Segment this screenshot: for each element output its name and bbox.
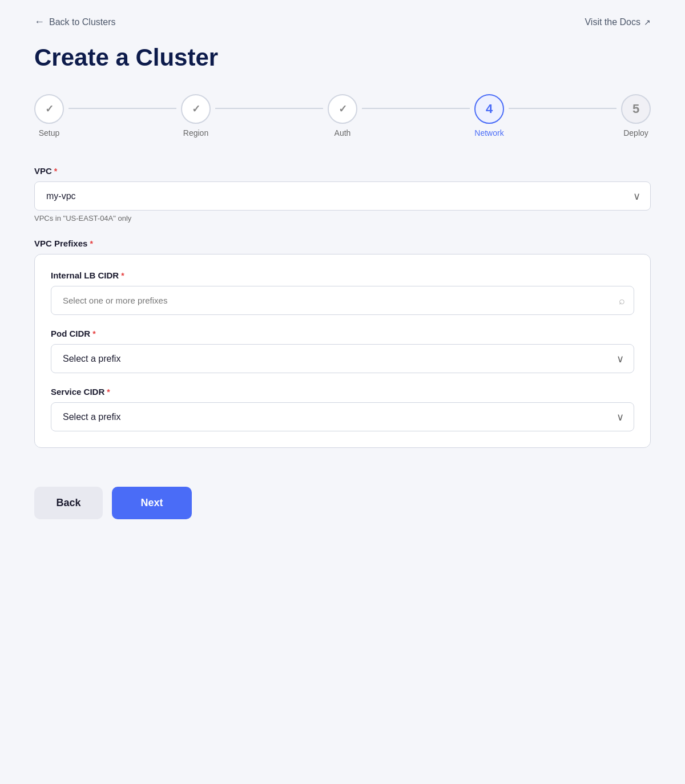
step-deploy-label: Deploy bbox=[623, 128, 648, 138]
pod-cidr-label: Pod CIDR * bbox=[51, 329, 634, 338]
pod-cidr-select[interactable]: Select a prefix bbox=[51, 344, 634, 373]
vpc-field-group: VPC * my-vpc ∨ VPCs in "US-EAST-04A" onl… bbox=[34, 166, 651, 223]
internal-lb-input[interactable] bbox=[51, 286, 634, 315]
top-nav: ← Back to Clusters Visit the Docs ↗ bbox=[0, 0, 685, 44]
step-setup-circle: ✓ bbox=[34, 94, 64, 124]
step-network: 4 Network bbox=[474, 94, 504, 138]
internal-lb-input-wrapper: ⌕ bbox=[51, 286, 634, 315]
service-cidr-required-star: * bbox=[107, 387, 110, 397]
vpc-select[interactable]: my-vpc bbox=[34, 181, 651, 211]
vpc-prefixes-label: VPC Prefixes * bbox=[34, 239, 651, 248]
connector-4 bbox=[509, 108, 616, 109]
pod-cidr-select-wrapper: Select a prefix ∨ bbox=[51, 344, 634, 373]
step-network-label: Network bbox=[474, 128, 503, 138]
page-title: Create a Cluster bbox=[0, 44, 685, 71]
external-link-icon: ↗ bbox=[644, 18, 651, 27]
vpc-label-text: VPC bbox=[34, 166, 52, 176]
search-icon: ⌕ bbox=[619, 294, 625, 306]
pod-cidr-required-star: * bbox=[92, 329, 95, 338]
connector-1 bbox=[68, 108, 176, 109]
vpc-prefixes-required-star: * bbox=[90, 239, 92, 248]
vpc-prefixes-label-text: VPC Prefixes bbox=[34, 239, 87, 248]
back-to-clusters-label: Back to Clusters bbox=[49, 17, 115, 27]
internal-lb-label-text: Internal LB CIDR bbox=[51, 270, 119, 280]
service-cidr-label: Service CIDR * bbox=[51, 387, 634, 397]
step-region-check: ✓ bbox=[192, 103, 200, 115]
service-cidr-select[interactable]: Select a prefix bbox=[51, 402, 634, 431]
service-cidr-label-text: Service CIDR bbox=[51, 387, 104, 397]
vpc-select-wrapper: my-vpc ∨ bbox=[34, 181, 651, 211]
step-deploy-circle: 5 bbox=[621, 94, 651, 124]
network-form: VPC * my-vpc ∨ VPCs in "US-EAST-04A" onl… bbox=[0, 166, 685, 448]
prefixes-box: Internal LB CIDR * ⌕ Pod CIDR * Select a… bbox=[34, 254, 651, 448]
step-deploy-number: 5 bbox=[632, 102, 639, 116]
visit-docs-link[interactable]: Visit the Docs ↗ bbox=[585, 17, 651, 27]
pod-cidr-label-text: Pod CIDR bbox=[51, 329, 90, 338]
vpc-hint: VPCs in "US-EAST-04A" only bbox=[34, 214, 651, 223]
next-button[interactable]: Next bbox=[112, 487, 192, 519]
service-cidr-select-wrapper: Select a prefix ∨ bbox=[51, 402, 634, 431]
internal-lb-field-group: Internal LB CIDR * ⌕ bbox=[51, 270, 634, 315]
step-deploy: 5 Deploy bbox=[621, 94, 651, 138]
step-setup-label: Setup bbox=[39, 128, 60, 138]
back-arrow-icon: ← bbox=[34, 16, 45, 28]
connector-2 bbox=[215, 108, 323, 109]
back-button[interactable]: Back bbox=[34, 487, 103, 519]
back-to-clusters-link[interactable]: ← Back to Clusters bbox=[34, 16, 115, 28]
step-setup-check: ✓ bbox=[45, 103, 54, 115]
step-network-number: 4 bbox=[486, 102, 493, 116]
service-cidr-field-group: Service CIDR * Select a prefix ∨ bbox=[51, 387, 634, 431]
vpc-prefixes-field-group: VPC Prefixes * Internal LB CIDR * ⌕ Pod … bbox=[34, 239, 651, 448]
step-region-circle: ✓ bbox=[181, 94, 211, 124]
visit-docs-label: Visit the Docs bbox=[585, 17, 640, 27]
vpc-required-star: * bbox=[54, 167, 57, 176]
step-setup: ✓ Setup bbox=[34, 94, 64, 138]
step-auth: ✓ Auth bbox=[328, 94, 357, 138]
vpc-label: VPC * bbox=[34, 166, 651, 176]
pod-cidr-field-group: Pod CIDR * Select a prefix ∨ bbox=[51, 329, 634, 373]
stepper: ✓ Setup ✓ Region ✓ Auth 4 Network 5 Depl… bbox=[0, 94, 685, 138]
internal-lb-required-star: * bbox=[121, 271, 124, 280]
step-auth-label: Auth bbox=[335, 128, 351, 138]
connector-3 bbox=[362, 108, 470, 109]
step-network-circle: 4 bbox=[474, 94, 504, 124]
bottom-actions: Back Next bbox=[0, 464, 685, 542]
step-auth-check: ✓ bbox=[339, 103, 347, 115]
internal-lb-label: Internal LB CIDR * bbox=[51, 270, 634, 280]
step-region: ✓ Region bbox=[181, 94, 211, 138]
step-region-label: Region bbox=[183, 128, 208, 138]
step-auth-circle: ✓ bbox=[328, 94, 357, 124]
